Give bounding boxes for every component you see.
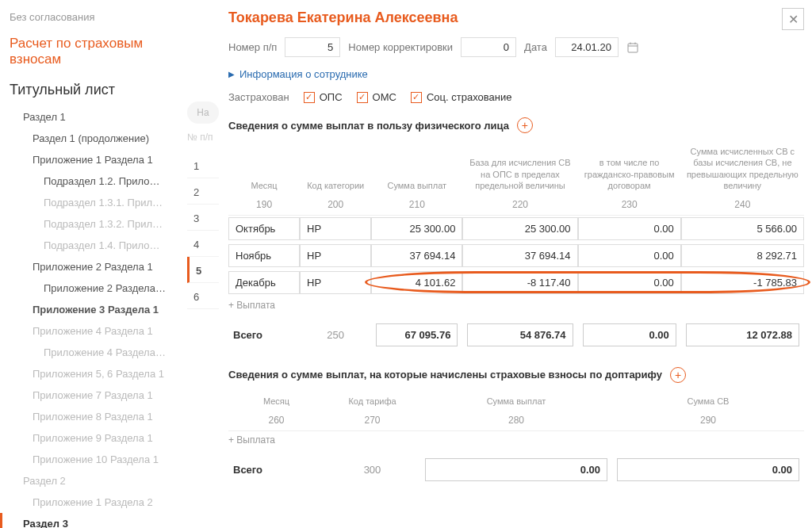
tree-node[interactable]: Приложение 1 Раздела 2	[0, 492, 187, 513]
row-number-item[interactable]: 6	[187, 283, 219, 309]
cell-input[interactable]	[300, 244, 371, 267]
cell-input[interactable]	[462, 244, 577, 267]
header-fields-row: Номер п/п Номер корректировки Дата	[228, 37, 804, 57]
cell-input[interactable]	[578, 271, 681, 294]
tree-node[interactable]: Подраздел 1.3.1. Прил…	[0, 192, 187, 213]
cell-input[interactable]	[681, 217, 804, 240]
cell-input[interactable]	[371, 271, 462, 294]
col-header: Сумма исчисленных СВ с базы исчисления С…	[681, 143, 804, 196]
cell-input[interactable]	[681, 271, 804, 294]
tree-node[interactable]: Раздел 2	[0, 470, 187, 492]
row-number-item[interactable]: 5	[187, 257, 219, 283]
tree-node[interactable]: Приложения 5, 6 Раздела 1	[0, 363, 187, 385]
section2-title-row: Сведения о сумме выплат, на которые начи…	[228, 367, 804, 383]
add-extra-payment-button[interactable]: +	[670, 367, 686, 383]
tree-node[interactable]: Приложение 10 Раздела 1	[0, 449, 187, 470]
soc-checkbox[interactable]: ✓ Соц. страхование	[411, 91, 511, 103]
checkbox-icon: ✓	[411, 92, 422, 103]
section1-title: Сведения о сумме выплат в пользу физичес…	[228, 120, 509, 132]
ops-checkbox[interactable]: ✓ ОПС	[304, 91, 343, 103]
cell-input[interactable]	[578, 244, 681, 267]
report-title: Расчет по страховым взносам	[0, 31, 187, 78]
col-header: Сумма выплат	[420, 392, 612, 411]
payments-table: МесяцКод категорииСумма выплатБаза для и…	[228, 143, 804, 297]
tree-node[interactable]: Приложение 3 Раздела 1	[0, 299, 187, 320]
cell-input[interactable]	[371, 217, 462, 240]
tree-node[interactable]: Подраздел 1.2. Прило…	[0, 170, 187, 192]
col-code: 210	[371, 196, 462, 216]
insurance-checks-row: Застрахован ✓ ОПС ✓ ОМС ✓ Соц. страхован…	[228, 91, 804, 103]
num-input[interactable]	[285, 37, 340, 57]
total-code: 250	[300, 317, 371, 353]
correction-input[interactable]	[461, 37, 516, 57]
row-number-strip: На № п/п 123456	[187, 0, 219, 528]
total-sum: 67 095.76	[376, 323, 458, 346]
total2-sv: 0.00	[617, 458, 799, 481]
back-button[interactable]: На	[187, 101, 219, 124]
tree-node[interactable]: Подраздел 1.3.2. Прил…	[0, 213, 187, 235]
total2-code: 300	[324, 452, 420, 488]
cell-input[interactable]	[228, 217, 300, 240]
cell-input[interactable]	[228, 244, 300, 267]
add-payment-link[interactable]: + Выплата	[228, 300, 804, 311]
sidebar-tree: Без согласования Расчет по страховым взн…	[0, 0, 187, 528]
tree-node[interactable]: Раздел 1	[0, 106, 187, 128]
col-code: 270	[324, 411, 420, 431]
cell-input[interactable]	[578, 217, 681, 240]
ops-label: ОПС	[320, 91, 343, 103]
table-row	[228, 216, 804, 243]
tree-node[interactable]: Приложение 1 Раздела 1	[0, 149, 187, 170]
row-number-item[interactable]: 1	[187, 152, 219, 178]
col-header: База для исчисления СВ на ОПС в пределах…	[462, 143, 577, 196]
tree-node[interactable]: Раздел 1 (продолжение)	[0, 128, 187, 149]
calendar-icon[interactable]	[626, 41, 639, 54]
row-number-item[interactable]: 3	[187, 205, 219, 231]
cell-input[interactable]	[300, 217, 371, 240]
num-label: Номер п/п	[228, 41, 277, 53]
date-label: Дата	[524, 41, 547, 53]
svg-rect-0	[628, 44, 638, 52]
col-code: 240	[681, 196, 804, 216]
date-input[interactable]	[555, 37, 619, 57]
tree-node[interactable]: Приложение 4 Раздела…	[0, 342, 187, 363]
row-number-item[interactable]: 2	[187, 178, 219, 205]
cell-input[interactable]	[681, 244, 804, 267]
main-panel: Токарева Екатерина Алексеевна ✕ Номер п/…	[219, 0, 812, 528]
tree-node[interactable]: Приложение 7 Раздела 1	[0, 385, 187, 406]
close-icon: ✕	[788, 12, 799, 27]
col-code: 230	[578, 196, 681, 216]
cell-input[interactable]	[371, 244, 462, 267]
extra-payments-table: МесяцКод тарифаСумма выплатСумма СВ 2602…	[228, 392, 804, 431]
add-payment-button[interactable]: +	[517, 117, 533, 133]
total-gpd: 0.00	[583, 323, 676, 346]
total-label: Всего	[228, 317, 300, 353]
tree-node[interactable]: Приложение 4 Раздела 1	[0, 320, 187, 342]
tree-node[interactable]: Приложение 8 Раздела 1	[0, 406, 187, 427]
cell-input[interactable]	[462, 217, 577, 240]
section1-title-row: Сведения о сумме выплат в пользу физичес…	[228, 117, 804, 133]
col-code: 260	[228, 411, 324, 431]
close-button[interactable]: ✕	[782, 8, 804, 30]
approval-status: Без согласования	[0, 8, 187, 31]
cell-input[interactable]	[228, 271, 300, 294]
soc-label: Соц. страхование	[427, 91, 511, 103]
tree-node[interactable]: Приложение 9 Раздела 1	[0, 427, 187, 449]
oms-checkbox[interactable]: ✓ ОМС	[357, 91, 396, 103]
cell-input[interactable]	[462, 271, 577, 294]
tree-node[interactable]: Приложение 2 Раздела 1	[0, 256, 187, 277]
correction-label: Номер корректировки	[348, 41, 453, 53]
oms-label: ОМС	[373, 91, 396, 103]
employee-info-toggle[interactable]: ▶ Информация о сотруднике	[228, 68, 804, 80]
section2-title: Сведения о сумме выплат, на которые начи…	[228, 369, 662, 381]
cell-input[interactable]	[300, 271, 371, 294]
cover-page-link[interactable]: Титульный лист	[0, 78, 187, 106]
total2-label: Всего	[228, 452, 324, 488]
col-header: Код категории	[300, 143, 371, 196]
tree-node[interactable]: Раздел 3	[0, 513, 187, 528]
row-number-item[interactable]: 4	[187, 231, 219, 257]
col-header: Сумма выплат	[371, 143, 462, 196]
col-code: 280	[420, 411, 612, 431]
add-extra-payment-link[interactable]: + Выплата	[228, 434, 804, 446]
tree-node[interactable]: Подраздел 1.4. Прило…	[0, 235, 187, 256]
tree-node[interactable]: Приложение 2 Раздела…	[0, 277, 187, 299]
